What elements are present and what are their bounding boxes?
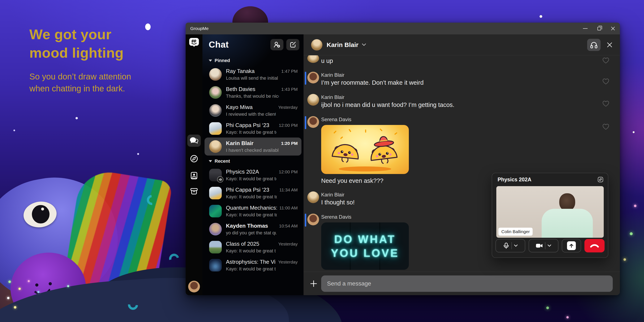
avatar — [307, 55, 319, 63]
headset-icon — [590, 41, 598, 48]
join-call-button[interactable] — [587, 39, 600, 51]
taco-cartoon-image[interactable] — [321, 125, 409, 174]
titlebar[interactable]: GroupMe — [186, 23, 620, 34]
end-call-button[interactable] — [584, 239, 604, 252]
chat-list-title: Chat — [209, 40, 268, 50]
close-icon — [607, 42, 612, 47]
chevron-down-icon — [362, 43, 366, 46]
message-roommate[interactable]: Karin Blair I’m yer roommate. Don’t make… — [304, 72, 620, 87]
chat-bubbles-icon — [190, 137, 198, 144]
minimize-icon — [583, 28, 588, 29]
pip-expand-icon — [598, 177, 603, 182]
attach-button[interactable] — [308, 279, 319, 289]
heart-icon — [602, 100, 610, 107]
archive-icon — [190, 188, 198, 195]
restore-button[interactable] — [592, 23, 606, 34]
heart-like-button[interactable] — [602, 78, 610, 85]
rail-item-discover[interactable] — [186, 155, 202, 163]
marketing-copy: We got your mood lighting So you don’t d… — [29, 25, 180, 94]
close-icon — [611, 26, 615, 31]
chat-item-phi-cappa-psi-2[interactable]: Phi Cappa Psi ‘23 Kayo: It would be grea… — [204, 184, 302, 202]
message-tacos-question[interactable]: Karin Blair ijbol no i mean did u want f… — [304, 94, 620, 109]
chat-list-panel: Chat — [202, 34, 304, 295]
avatar — [209, 259, 222, 272]
avatar — [209, 140, 222, 153]
groupme-window: GroupMe — [186, 23, 620, 295]
avatar — [307, 116, 319, 128]
section-pinned[interactable]: Pinned — [202, 55, 304, 65]
chevron-down-icon[interactable] — [548, 244, 551, 247]
rail-item-contacts[interactable] — [186, 172, 202, 180]
participant-name-tag: Colin Ballinger — [498, 228, 532, 236]
new-message-marker — [305, 72, 306, 85]
heart-like-button[interactable] — [602, 123, 610, 131]
heart-icon — [602, 57, 610, 64]
minimize-button[interactable] — [578, 23, 592, 34]
call-controls — [492, 239, 608, 252]
conversation-panel: Karin Blair — [304, 34, 620, 295]
chat-item-class-of-2025[interactable]: Class of 2025 Kayo: It would be great to… — [204, 238, 302, 256]
close-conversation-button[interactable] — [607, 42, 612, 47]
section-recent[interactable]: Recent — [202, 156, 304, 166]
chat-item-ray-tanaka[interactable]: Ray Tanaka Louisa will send the initial … — [204, 65, 302, 83]
avatar — [209, 68, 222, 81]
add-member-button[interactable] — [270, 39, 284, 50]
chat-item-karin-blair-selected[interactable]: Karin Blair I haven't checked available … — [204, 138, 302, 156]
restore-icon — [598, 27, 601, 30]
chat-item-quantum-mechanics[interactable]: Quantum Mechanics: Wa... Kayo: It would … — [204, 202, 302, 220]
rail-item-chats[interactable] — [187, 135, 201, 147]
composer — [304, 272, 620, 295]
avatar — [209, 104, 222, 117]
conversation-title[interactable]: Karin Blair — [326, 41, 358, 48]
rail-item-archive[interactable] — [186, 188, 202, 195]
chat-item-kayden-thomas[interactable]: Kayden Thomas yo did you get the stat qu… — [204, 220, 302, 238]
close-button[interactable] — [606, 23, 620, 34]
mic-icon — [503, 242, 509, 249]
avatar — [307, 191, 319, 203]
add-member-icon — [274, 41, 280, 48]
chat-item-astrophysics[interactable]: Astrophysics: The Violen... Kayo: It wou… — [204, 256, 302, 274]
compose-button[interactable] — [286, 39, 299, 50]
current-user-avatar[interactable] — [188, 281, 200, 293]
hang-up-icon — [590, 244, 599, 248]
mic-button[interactable] — [496, 239, 525, 252]
camera-button[interactable] — [529, 239, 558, 252]
chevron-down-icon — [209, 160, 212, 162]
avatar — [307, 72, 319, 83]
video-feed[interactable]: Colin Ballinger — [496, 186, 604, 238]
heart-like-button[interactable] — [602, 57, 610, 64]
chat-item-phi-cappa-psi[interactable]: Phi Cappa Psi ‘23 Kayo: It would be grea… — [204, 119, 302, 138]
avatar — [307, 94, 319, 106]
camera-icon — [536, 243, 543, 248]
message-u-up[interactable]: u up — [304, 57, 620, 65]
nav-rail — [186, 34, 202, 295]
chevron-down-icon[interactable] — [514, 244, 518, 247]
call-title: Physics 202A — [498, 177, 598, 183]
avatar — [209, 205, 222, 217]
heart-like-button[interactable] — [602, 100, 610, 108]
message-input[interactable] — [321, 276, 613, 292]
avatar[interactable] — [311, 39, 322, 50]
contacts-icon — [190, 172, 198, 180]
neon-sign-image[interactable]: DO WHAT YOU LOVE — [321, 222, 409, 270]
share-up-icon — [567, 241, 576, 250]
conversation-header: Karin Blair — [304, 34, 620, 55]
conversation-menu-button[interactable] — [362, 43, 366, 46]
call-panel: Physics 202A Colin Ballinger — [492, 173, 608, 258]
subheadline: So you don’t draw attention when chattin… — [29, 71, 180, 94]
avatar — [209, 169, 222, 181]
chat-item-beth-davies[interactable]: Beth Davies Thanks, that would be nice. … — [204, 83, 302, 101]
new-message-marker — [305, 116, 306, 129]
share-screen-button[interactable] — [562, 239, 581, 252]
expand-call-button[interactable] — [598, 177, 603, 182]
headline: We got your mood lighting — [29, 25, 180, 62]
avatar — [209, 223, 222, 235]
avatar — [209, 86, 222, 99]
avatar — [209, 122, 222, 135]
plus-icon — [310, 280, 317, 287]
heart-icon — [602, 78, 610, 85]
chat-item-kayo-miwa[interactable]: Kayo Miwa I reviewed with the client on … — [204, 101, 302, 119]
groupme-logo[interactable] — [189, 38, 199, 48]
chat-item-physics-202a[interactable]: Physics 202A Kayo: It would be great to … — [204, 166, 302, 184]
avatar — [209, 241, 222, 254]
